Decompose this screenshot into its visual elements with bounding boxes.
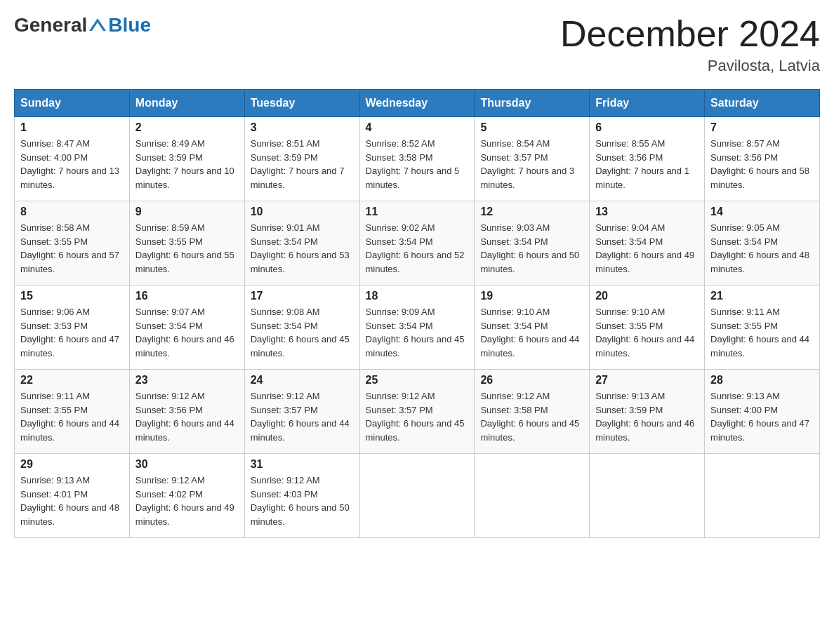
calendar-cell: 12 Sunrise: 9:03 AM Sunset: 3:54 PM Dayl… [475, 201, 590, 286]
calendar-cell: 27 Sunrise: 9:13 AM Sunset: 3:59 PM Dayl… [590, 370, 705, 454]
calendar-cell: 24 Sunrise: 9:12 AM Sunset: 3:57 PM Dayl… [244, 370, 359, 454]
day-info: Sunrise: 9:13 AM Sunset: 3:59 PM Dayligh… [595, 389, 699, 444]
day-info: Sunrise: 8:54 AM Sunset: 3:57 PM Dayligh… [480, 137, 583, 192]
day-info: Sunrise: 9:08 AM Sunset: 3:54 PM Dayligh… [251, 305, 354, 360]
day-number: 30 [135, 458, 239, 471]
calendar-cell: 21 Sunrise: 9:11 AM Sunset: 3:55 PM Dayl… [705, 286, 820, 370]
day-number: 13 [595, 206, 699, 218]
day-number: 28 [710, 374, 814, 387]
day-number: 6 [595, 121, 699, 134]
logo-general-text: General [14, 14, 87, 36]
calendar-cell: 6 Sunrise: 8:55 AM Sunset: 3:56 PM Dayli… [590, 117, 705, 201]
calendar-cell: 25 Sunrise: 9:12 AM Sunset: 3:57 PM Dayl… [359, 370, 475, 454]
day-info: Sunrise: 8:59 AM Sunset: 3:55 PM Dayligh… [135, 221, 239, 276]
day-number: 19 [480, 290, 583, 302]
day-of-week-header: Friday [590, 90, 705, 117]
day-info: Sunrise: 9:12 AM Sunset: 3:57 PM Dayligh… [251, 389, 354, 444]
day-number: 16 [135, 290, 239, 302]
page-header: General Blue December 2024 Pavilosta, La… [14, 14, 820, 75]
day-info: Sunrise: 9:09 AM Sunset: 3:54 PM Dayligh… [366, 305, 469, 360]
day-info: Sunrise: 9:12 AM Sunset: 3:58 PM Dayligh… [480, 389, 583, 444]
day-number: 25 [366, 374, 469, 387]
day-info: Sunrise: 8:55 AM Sunset: 3:56 PM Dayligh… [595, 137, 699, 192]
day-info: Sunrise: 9:04 AM Sunset: 3:54 PM Dayligh… [595, 221, 699, 276]
calendar-cell: 23 Sunrise: 9:12 AM Sunset: 3:56 PM Dayl… [129, 370, 244, 454]
calendar-cell: 8 Sunrise: 8:58 AM Sunset: 3:55 PM Dayli… [15, 201, 130, 286]
day-number: 15 [20, 290, 124, 302]
day-number: 27 [595, 374, 699, 387]
logo-triangle-icon [88, 15, 107, 35]
calendar-cell: 13 Sunrise: 9:04 AM Sunset: 3:54 PM Dayl… [590, 201, 705, 286]
day-number: 11 [366, 206, 469, 218]
day-number: 12 [480, 206, 583, 218]
day-number: 31 [251, 458, 354, 471]
day-info: Sunrise: 9:03 AM Sunset: 3:54 PM Dayligh… [480, 221, 583, 276]
day-of-week-header: Monday [129, 90, 244, 117]
day-info: Sunrise: 8:57 AM Sunset: 3:56 PM Dayligh… [710, 137, 814, 192]
calendar-cell: 9 Sunrise: 8:59 AM Sunset: 3:55 PM Dayli… [129, 201, 244, 286]
calendar-week-row: 22 Sunrise: 9:11 AM Sunset: 3:55 PM Dayl… [15, 370, 820, 454]
calendar-header-row: SundayMondayTuesdayWednesdayThursdayFrid… [15, 90, 820, 117]
day-number: 2 [135, 121, 239, 134]
calendar-cell: 3 Sunrise: 8:51 AM Sunset: 3:59 PM Dayli… [244, 117, 359, 201]
day-info: Sunrise: 9:12 AM Sunset: 4:02 PM Dayligh… [135, 474, 239, 528]
day-info: Sunrise: 9:05 AM Sunset: 3:54 PM Dayligh… [710, 221, 814, 276]
day-info: Sunrise: 8:52 AM Sunset: 3:58 PM Dayligh… [366, 137, 469, 192]
logo: General Blue [14, 14, 151, 36]
day-info: Sunrise: 9:10 AM Sunset: 3:54 PM Dayligh… [480, 305, 583, 360]
calendar-cell: 11 Sunrise: 9:02 AM Sunset: 3:54 PM Dayl… [359, 201, 475, 286]
calendar-cell: 2 Sunrise: 8:49 AM Sunset: 3:59 PM Dayli… [129, 117, 244, 201]
day-of-week-header: Thursday [475, 90, 590, 117]
day-of-week-header: Sunday [15, 90, 130, 117]
day-number: 20 [595, 290, 699, 302]
calendar-cell: 31 Sunrise: 9:12 AM Sunset: 4:03 PM Dayl… [244, 454, 359, 538]
day-info: Sunrise: 9:06 AM Sunset: 3:53 PM Dayligh… [20, 305, 124, 360]
calendar-cell: 22 Sunrise: 9:11 AM Sunset: 3:55 PM Dayl… [15, 370, 130, 454]
calendar-cell: 14 Sunrise: 9:05 AM Sunset: 3:54 PM Dayl… [705, 201, 820, 286]
day-info: Sunrise: 9:10 AM Sunset: 3:55 PM Dayligh… [595, 305, 699, 360]
calendar-week-row: 15 Sunrise: 9:06 AM Sunset: 3:53 PM Dayl… [15, 286, 820, 370]
day-info: Sunrise: 8:49 AM Sunset: 3:59 PM Dayligh… [135, 137, 239, 192]
title-section: December 2024 Pavilosta, Latvia [560, 14, 820, 75]
day-number: 1 [20, 121, 124, 134]
calendar-cell: 20 Sunrise: 9:10 AM Sunset: 3:55 PM Dayl… [590, 286, 705, 370]
day-of-week-header: Tuesday [244, 90, 359, 117]
day-info: Sunrise: 9:01 AM Sunset: 3:54 PM Dayligh… [251, 221, 354, 276]
calendar-week-row: 1 Sunrise: 8:47 AM Sunset: 4:00 PM Dayli… [15, 117, 820, 201]
day-number: 23 [135, 374, 239, 387]
day-info: Sunrise: 9:11 AM Sunset: 3:55 PM Dayligh… [710, 305, 814, 360]
calendar-cell [705, 454, 820, 538]
day-number: 3 [251, 121, 354, 134]
calendar-week-row: 29 Sunrise: 9:13 AM Sunset: 4:01 PM Dayl… [15, 454, 820, 538]
day-number: 22 [20, 374, 124, 387]
calendar-cell: 10 Sunrise: 9:01 AM Sunset: 3:54 PM Dayl… [244, 201, 359, 286]
calendar-cell: 15 Sunrise: 9:06 AM Sunset: 3:53 PM Dayl… [15, 286, 130, 370]
day-of-week-header: Wednesday [359, 90, 475, 117]
day-info: Sunrise: 9:02 AM Sunset: 3:54 PM Dayligh… [366, 221, 469, 276]
day-number: 18 [366, 290, 469, 302]
day-of-week-header: Saturday [705, 90, 820, 117]
day-number: 21 [710, 290, 814, 302]
day-info: Sunrise: 9:13 AM Sunset: 4:00 PM Dayligh… [710, 389, 814, 444]
calendar-cell: 29 Sunrise: 9:13 AM Sunset: 4:01 PM Dayl… [15, 454, 130, 538]
day-number: 26 [480, 374, 583, 387]
day-number: 9 [135, 206, 239, 218]
calendar-cell [475, 454, 590, 538]
day-number: 10 [251, 206, 354, 218]
day-info: Sunrise: 9:12 AM Sunset: 3:56 PM Dayligh… [135, 389, 239, 444]
day-info: Sunrise: 9:11 AM Sunset: 3:55 PM Dayligh… [20, 389, 124, 444]
calendar-week-row: 8 Sunrise: 8:58 AM Sunset: 3:55 PM Dayli… [15, 201, 820, 286]
day-number: 24 [251, 374, 354, 387]
calendar-cell: 5 Sunrise: 8:54 AM Sunset: 3:57 PM Dayli… [475, 117, 590, 201]
calendar-cell: 7 Sunrise: 8:57 AM Sunset: 3:56 PM Dayli… [705, 117, 820, 201]
location-subtitle: Pavilosta, Latvia [560, 57, 820, 75]
calendar-cell [590, 454, 705, 538]
day-number: 7 [710, 121, 814, 134]
calendar-cell: 19 Sunrise: 9:10 AM Sunset: 3:54 PM Dayl… [475, 286, 590, 370]
day-number: 29 [20, 458, 124, 471]
day-info: Sunrise: 9:12 AM Sunset: 3:57 PM Dayligh… [366, 389, 469, 444]
day-number: 8 [20, 206, 124, 218]
day-info: Sunrise: 8:47 AM Sunset: 4:00 PM Dayligh… [20, 137, 124, 192]
day-info: Sunrise: 9:13 AM Sunset: 4:01 PM Dayligh… [20, 474, 124, 528]
day-number: 17 [251, 290, 354, 302]
